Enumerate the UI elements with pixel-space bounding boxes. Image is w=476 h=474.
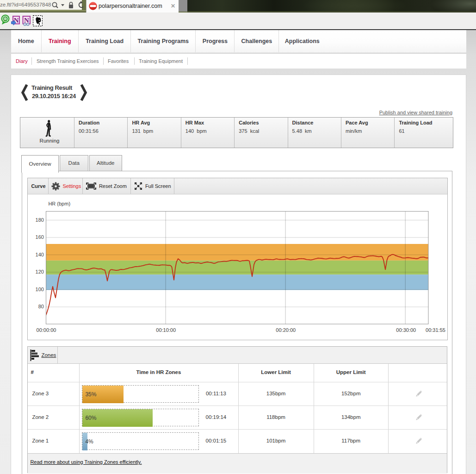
svg-text:@: @ [3, 16, 7, 21]
svg-text:N: N [24, 17, 29, 24]
